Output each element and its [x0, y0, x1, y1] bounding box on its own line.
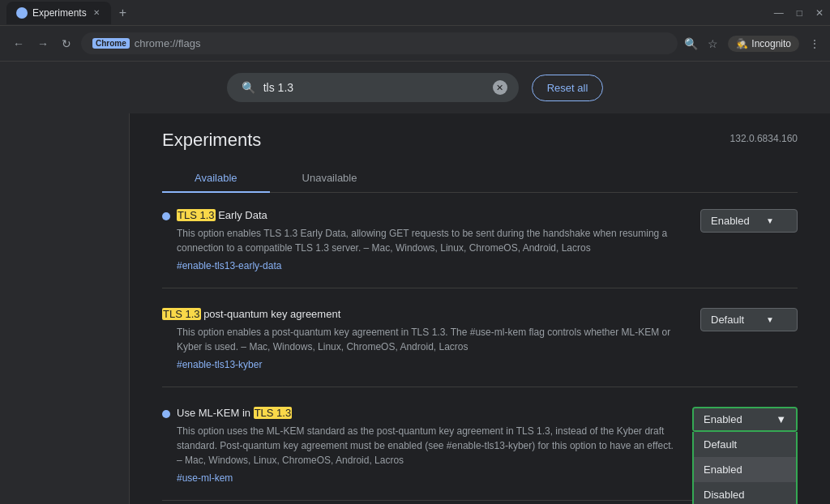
- window-controls: — □ ✕: [774, 7, 824, 19]
- flag-dropdown-value-1: Enabled: [711, 215, 750, 227]
- flag-dropdown-2[interactable]: Default ▼: [700, 308, 798, 331]
- dropdown-arrow-2: ▼: [766, 315, 774, 324]
- tab-area: Experiments ✕ +: [6, 2, 131, 24]
- page-header: Experiments 132.0.6834.160: [162, 130, 798, 151]
- flag-dropdown-value-2: Default: [711, 314, 744, 326]
- flag-row-2: TLS 1.3 post-quantum key agreement This …: [162, 308, 798, 370]
- page-title: Experiments: [162, 130, 261, 151]
- flag-row-3: Use ML-KEM in TLS 1.3 This option uses t…: [162, 407, 798, 484]
- incognito-badge: 🕵 Incognito: [728, 36, 799, 52]
- tab-available[interactable]: Available: [162, 164, 270, 192]
- maximize-icon[interactable]: □: [797, 7, 802, 19]
- dropdown-option-enabled[interactable]: Enabled: [694, 457, 796, 482]
- search-box: 🔍 ✕: [227, 73, 519, 102]
- flag-dropdown-container-3: Enabled ▼ Default Enabled Disabled: [692, 407, 798, 432]
- tabs-row: Available Unavailable: [162, 164, 798, 193]
- minimize-icon[interactable]: —: [774, 7, 784, 19]
- search-icon: 🔍: [242, 81, 255, 94]
- flag-text-col-2: TLS 1.3 post-quantum key agreement This …: [162, 308, 700, 370]
- back-button[interactable]: ←: [10, 34, 28, 53]
- incognito-icon: 🕵: [736, 38, 748, 49]
- main-content: Experiments 132.0.6834.160 Available Una…: [0, 113, 830, 504]
- flag-dot-3: [162, 410, 170, 418]
- reset-all-button[interactable]: Reset all: [532, 75, 604, 101]
- flag-desc-2: This option enables a post-quantum key a…: [177, 325, 684, 354]
- flag-item-use-ml-kem: Use ML-KEM in TLS 1.3 This option uses t…: [162, 407, 798, 501]
- chrome-badge: Chrome: [92, 38, 130, 49]
- flag-item-tls13-early-data: TLS 1.3 Early Data This option enables T…: [162, 209, 798, 288]
- search-address-icon[interactable]: 🔍: [684, 37, 698, 50]
- flag-header-3: Use ML-KEM in TLS 1.3: [162, 407, 676, 419]
- menu-icon[interactable]: ⋮: [809, 37, 820, 50]
- flag-dot-1: [162, 212, 170, 220]
- dropdown-arrow-3: ▼: [776, 413, 786, 425]
- flag-dropdown-1[interactable]: Enabled ▼: [700, 209, 798, 233]
- flag-header-1: TLS 1.3 Early Data: [162, 209, 684, 221]
- incognito-label: Incognito: [751, 38, 791, 49]
- dropdown-menu-3: Default Enabled Disabled: [692, 432, 798, 504]
- browser-tab[interactable]: Experiments ✕: [6, 2, 111, 24]
- dropdown-arrow-1: ▼: [766, 216, 774, 225]
- content-area: Experiments 132.0.6834.160 Available Una…: [130, 113, 830, 504]
- flag-header-2: TLS 1.3 post-quantum key agreement: [162, 308, 684, 320]
- flag-dropdown-value-3: Enabled: [704, 413, 742, 425]
- flag-title-3: Use ML-KEM in TLS 1.3: [177, 407, 292, 419]
- flag-row-1: TLS 1.3 Early Data This option enables T…: [162, 209, 798, 271]
- search-clear-button[interactable]: ✕: [493, 80, 507, 95]
- flag-title-highlight-3: TLS 1.3: [254, 407, 293, 419]
- address-bar: ← → ↻ Chrome chrome://flags 🔍 ☆ 🕵 Incogn…: [0, 26, 830, 62]
- flag-title-2: TLS 1.3 post-quantum key agreement: [162, 308, 340, 320]
- sidebar: [0, 113, 130, 504]
- search-area: 🔍 ✕ Reset all: [0, 62, 830, 113]
- flag-item-tls13-kyber: TLS 1.3 post-quantum key agreement This …: [162, 308, 798, 387]
- flag-text-col-3: Use ML-KEM in TLS 1.3 This option uses t…: [162, 407, 692, 484]
- flag-title-highlight-2: TLS 1.3: [162, 308, 201, 320]
- flag-text-col-1: TLS 1.3 Early Data This option enables T…: [162, 209, 700, 271]
- title-bar: Experiments ✕ + — □ ✕: [0, 0, 830, 26]
- tab-close-icon[interactable]: ✕: [92, 6, 101, 19]
- address-text: chrome://flags: [135, 37, 201, 49]
- dropdown-header-3[interactable]: Enabled ▼: [694, 408, 796, 430]
- dropdown-option-disabled[interactable]: Disabled: [694, 482, 796, 504]
- address-input[interactable]: Chrome chrome://flags: [81, 32, 678, 54]
- flag-title-highlight-1: TLS 1.3: [177, 209, 216, 221]
- close-icon[interactable]: ✕: [815, 7, 824, 19]
- forward-button[interactable]: →: [34, 34, 52, 53]
- tab-unavailable[interactable]: Unavailable: [270, 164, 390, 192]
- clear-icon: ✕: [496, 83, 503, 93]
- flag-dropdown-open-3[interactable]: Enabled ▼ Default Enabled Disabled: [692, 407, 798, 432]
- new-tab-button[interactable]: +: [114, 6, 131, 20]
- search-input[interactable]: [263, 81, 490, 94]
- flag-title-1: TLS 1.3 Early Data: [177, 209, 267, 221]
- dropdown-option-default[interactable]: Default: [694, 432, 796, 457]
- flag-link-3[interactable]: #use-ml-kem: [177, 472, 676, 484]
- flag-desc-3: This option uses the ML-KEM standard as …: [177, 424, 676, 468]
- flag-desc-1: This option enables TLS 1.3 Early Data, …: [177, 226, 684, 255]
- refresh-button[interactable]: ↻: [58, 34, 75, 53]
- address-right: 🔍 ☆ 🕵 Incognito ⋮: [684, 36, 820, 52]
- bookmark-icon[interactable]: ☆: [708, 37, 718, 50]
- version-text: 132.0.6834.160: [730, 133, 798, 144]
- flag-link-2[interactable]: #enable-tls13-kyber: [177, 359, 684, 370]
- tab-label: Experiments: [32, 7, 87, 19]
- flag-link-1[interactable]: #enable-tls13-early-data: [177, 260, 684, 271]
- tab-favicon-icon: [16, 7, 28, 19]
